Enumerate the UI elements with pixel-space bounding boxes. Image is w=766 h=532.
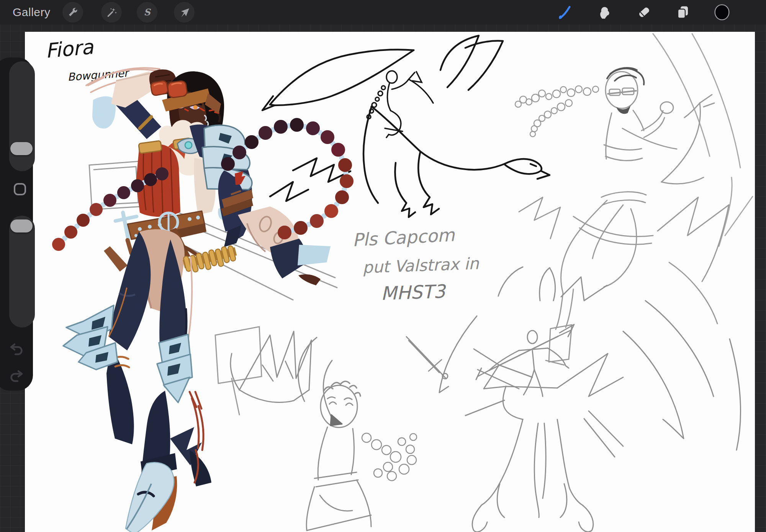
eraser-icon xyxy=(637,5,651,20)
color-swatch-button[interactable] xyxy=(714,4,730,20)
note-line-2: put Valstrax in xyxy=(362,254,480,277)
cheer-bead-scribble xyxy=(362,433,417,481)
character-illustration xyxy=(63,69,331,532)
opacity-handle[interactable] xyxy=(10,219,33,232)
gallery-button[interactable]: Gallery xyxy=(13,0,51,25)
adjustments-button[interactable] xyxy=(101,2,122,23)
handwritten-note: Pls Capcom put Valstrax in MHST3 xyxy=(352,224,480,304)
note-line-1: Pls Capcom xyxy=(352,224,456,250)
erase-tool-button[interactable] xyxy=(636,4,652,20)
smudge-tool-button[interactable] xyxy=(596,4,612,20)
paint-tool-button[interactable] xyxy=(556,4,573,20)
drawing-canvas[interactable]: Fiora Bowgunner xyxy=(25,32,755,532)
dragon-rider-ink xyxy=(367,71,433,138)
undo-button[interactable] xyxy=(8,341,25,358)
transform-arrow-icon xyxy=(178,7,190,18)
undo-icon xyxy=(8,341,25,358)
cheer-pencil-sketch xyxy=(231,331,448,530)
rider-bead-scribble xyxy=(515,86,599,137)
transform-button[interactable] xyxy=(174,2,195,23)
modify-button[interactable] xyxy=(14,183,26,195)
layers-icon xyxy=(676,5,690,20)
wrench-icon xyxy=(67,7,79,18)
redo-icon xyxy=(8,368,25,385)
rider-pencil-sketch xyxy=(519,34,753,365)
paint-brush-icon xyxy=(557,5,572,20)
layers-button[interactable] xyxy=(675,4,691,20)
selection-button[interactable]: S xyxy=(137,2,157,23)
actions-button[interactable] xyxy=(62,2,83,23)
redo-button[interactable] xyxy=(8,368,25,385)
top-toolbar: Gallery S xyxy=(0,0,766,25)
note-line-3: MHST3 xyxy=(380,280,447,304)
svg-text:S: S xyxy=(144,7,151,18)
valstrax-pencil-sketch xyxy=(439,267,740,532)
magic-wand-icon xyxy=(106,7,117,18)
selection-s-icon: S xyxy=(141,7,153,18)
color-circle-icon xyxy=(714,3,730,22)
handwritten-title-group: Fiora Bowgunner xyxy=(44,35,131,83)
smudge-finger-icon xyxy=(597,5,611,20)
brush-size-handle[interactable] xyxy=(10,142,33,155)
handwritten-title: Fiora xyxy=(44,35,95,62)
